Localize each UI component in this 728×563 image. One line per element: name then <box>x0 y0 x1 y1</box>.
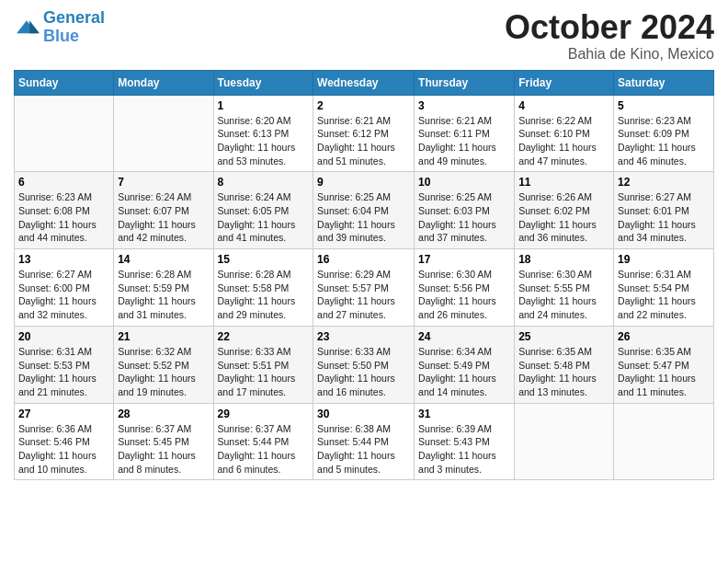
calendar-week-3: 20 Sunrise: 6:31 AM Sunset: 5:53 PM Dayl… <box>15 326 714 403</box>
day-number: 14 <box>118 253 209 266</box>
day-number: 11 <box>518 176 609 189</box>
calendar-cell: 2 Sunrise: 6:21 AM Sunset: 6:12 PM Dayli… <box>313 95 415 172</box>
calendar-cell: 25 Sunrise: 6:35 AM Sunset: 5:48 PM Dayl… <box>515 326 614 403</box>
day-detail: Sunrise: 6:24 AM Sunset: 6:07 PM Dayligh… <box>118 190 209 245</box>
day-number: 23 <box>317 330 410 343</box>
calendar-cell: 29 Sunrise: 6:37 AM Sunset: 5:44 PM Dayl… <box>213 403 313 480</box>
sunrise: Sunrise: 6:24 AM <box>118 191 191 202</box>
calendar-cell: 31 Sunrise: 6:39 AM Sunset: 5:43 PM Dayl… <box>415 403 515 480</box>
calendar-cell <box>614 403 714 480</box>
calendar-cell: 6 Sunrise: 6:23 AM Sunset: 6:08 PM Dayli… <box>15 172 114 249</box>
daylight: Daylight: 11 hours and 31 minutes. <box>118 295 196 320</box>
sunset: Sunset: 6:01 PM <box>618 205 689 216</box>
day-number: 21 <box>118 330 209 343</box>
sunrise: Sunrise: 6:33 AM <box>218 346 291 357</box>
calendar-cell: 4 Sunrise: 6:22 AM Sunset: 6:10 PM Dayli… <box>515 95 614 172</box>
calendar-cell: 27 Sunrise: 6:36 AM Sunset: 5:46 PM Dayl… <box>15 403 114 480</box>
sunrise: Sunrise: 6:38 AM <box>317 423 391 434</box>
sunset: Sunset: 5:50 PM <box>317 360 389 371</box>
day-number: 8 <box>218 176 310 189</box>
sunset: Sunset: 6:12 PM <box>317 128 389 139</box>
sunrise: Sunrise: 6:28 AM <box>218 269 291 280</box>
day-number: 10 <box>418 176 510 189</box>
calendar-week-4: 27 Sunrise: 6:36 AM Sunset: 5:46 PM Dayl… <box>15 403 714 480</box>
day-number: 31 <box>418 408 510 420</box>
day-number: 16 <box>317 253 410 266</box>
daylight: Daylight: 11 hours and 26 minutes. <box>418 295 496 320</box>
sunrise: Sunrise: 6:30 AM <box>418 269 492 280</box>
calendar-cell <box>114 95 213 172</box>
logo-text-block: GeneralBlue <box>43 9 105 46</box>
calendar-cell: 5 Sunrise: 6:23 AM Sunset: 6:09 PM Dayli… <box>614 95 714 172</box>
day-number: 15 <box>218 253 310 266</box>
day-detail: Sunrise: 6:23 AM Sunset: 6:08 PM Dayligh… <box>18 190 109 245</box>
daylight: Daylight: 11 hours and 21 minutes. <box>18 373 97 397</box>
sunrise: Sunrise: 6:31 AM <box>618 269 691 280</box>
day-detail: Sunrise: 6:28 AM Sunset: 5:59 PM Dayligh… <box>118 268 209 322</box>
calendar-week-1: 6 Sunrise: 6:23 AM Sunset: 6:08 PM Dayli… <box>15 172 714 249</box>
day-detail: Sunrise: 6:38 AM Sunset: 5:44 PM Dayligh… <box>317 422 410 477</box>
calendar-cell: 12 Sunrise: 6:27 AM Sunset: 6:01 PM Dayl… <box>614 172 714 249</box>
day-number: 25 <box>518 330 609 343</box>
sunrise: Sunrise: 6:22 AM <box>518 115 592 126</box>
daylight: Daylight: 11 hours and 8 minutes. <box>118 450 196 475</box>
day-detail: Sunrise: 6:33 AM Sunset: 5:51 PM Dayligh… <box>218 345 310 399</box>
calendar-cell: 19 Sunrise: 6:31 AM Sunset: 5:54 PM Dayl… <box>614 249 714 327</box>
day-detail: Sunrise: 6:29 AM Sunset: 5:57 PM Dayligh… <box>317 268 410 322</box>
day-detail: Sunrise: 6:24 AM Sunset: 6:05 PM Dayligh… <box>218 190 310 245</box>
sunrise: Sunrise: 6:32 AM <box>118 346 191 357</box>
calendar-cell <box>515 403 614 480</box>
calendar-cell <box>15 95 114 172</box>
day-number: 22 <box>218 330 310 343</box>
day-detail: Sunrise: 6:31 AM Sunset: 5:53 PM Dayligh… <box>18 345 109 399</box>
day-number: 20 <box>18 330 109 343</box>
calendar-cell: 14 Sunrise: 6:28 AM Sunset: 5:59 PM Dayl… <box>114 249 213 327</box>
day-detail: Sunrise: 6:26 AM Sunset: 6:02 PM Dayligh… <box>518 190 609 245</box>
daylight: Daylight: 11 hours and 24 minutes. <box>518 295 597 320</box>
calendar-header-monday: Monday <box>114 70 213 95</box>
daylight: Daylight: 11 hours and 19 minutes. <box>118 373 196 397</box>
daylight: Daylight: 11 hours and 16 minutes. <box>317 373 395 397</box>
sunset: Sunset: 6:00 PM <box>18 282 90 293</box>
daylight: Daylight: 11 hours and 39 minutes. <box>317 219 395 244</box>
month-title: October 2024 <box>505 9 714 46</box>
day-detail: Sunrise: 6:37 AM Sunset: 5:44 PM Dayligh… <box>218 422 310 477</box>
calendar-cell: 11 Sunrise: 6:26 AM Sunset: 6:02 PM Dayl… <box>515 172 614 249</box>
day-detail: Sunrise: 6:33 AM Sunset: 5:50 PM Dayligh… <box>317 345 410 399</box>
daylight: Daylight: 11 hours and 11 minutes. <box>618 373 696 397</box>
sunrise: Sunrise: 6:27 AM <box>18 269 92 280</box>
sunset: Sunset: 5:55 PM <box>518 282 590 293</box>
calendar-header-saturday: Saturday <box>614 70 714 95</box>
day-detail: Sunrise: 6:27 AM Sunset: 6:00 PM Dayligh… <box>18 268 109 322</box>
day-detail: Sunrise: 6:21 AM Sunset: 6:12 PM Dayligh… <box>317 114 410 168</box>
day-number: 30 <box>317 408 410 420</box>
sunrise: Sunrise: 6:27 AM <box>618 191 691 202</box>
day-number: 24 <box>418 330 510 343</box>
sunset: Sunset: 6:09 PM <box>618 128 689 139</box>
page: GeneralBlue October 2024 Bahia de Kino, … <box>0 0 728 563</box>
sunrise: Sunrise: 6:35 AM <box>518 346 592 357</box>
day-detail: Sunrise: 6:36 AM Sunset: 5:46 PM Dayligh… <box>18 422 109 477</box>
day-number: 1 <box>218 99 310 112</box>
daylight: Daylight: 11 hours and 10 minutes. <box>18 450 97 475</box>
sunrise: Sunrise: 6:31 AM <box>18 346 92 357</box>
calendar-cell: 30 Sunrise: 6:38 AM Sunset: 5:44 PM Dayl… <box>313 403 415 480</box>
sunset: Sunset: 5:53 PM <box>18 360 90 371</box>
sunset: Sunset: 6:08 PM <box>18 205 90 216</box>
day-detail: Sunrise: 6:31 AM Sunset: 5:54 PM Dayligh… <box>618 268 710 322</box>
header: GeneralBlue October 2024 Bahia de Kino, … <box>14 9 714 63</box>
sunset: Sunset: 5:51 PM <box>218 360 290 371</box>
calendar-cell: 24 Sunrise: 6:34 AM Sunset: 5:49 PM Dayl… <box>415 326 515 403</box>
day-number: 2 <box>317 99 410 112</box>
day-number: 13 <box>18 253 109 266</box>
day-detail: Sunrise: 6:35 AM Sunset: 5:47 PM Dayligh… <box>618 345 710 399</box>
sunrise: Sunrise: 6:28 AM <box>118 269 191 280</box>
sunset: Sunset: 5:49 PM <box>418 360 490 371</box>
daylight: Daylight: 11 hours and 29 minutes. <box>218 295 296 320</box>
daylight: Daylight: 11 hours and 46 minutes. <box>618 142 696 167</box>
day-detail: Sunrise: 6:28 AM Sunset: 5:58 PM Dayligh… <box>218 268 310 322</box>
sunset: Sunset: 6:04 PM <box>317 205 389 216</box>
sunset: Sunset: 5:47 PM <box>618 360 689 371</box>
day-detail: Sunrise: 6:30 AM Sunset: 5:55 PM Dayligh… <box>518 268 609 322</box>
logo: GeneralBlue <box>14 9 105 46</box>
